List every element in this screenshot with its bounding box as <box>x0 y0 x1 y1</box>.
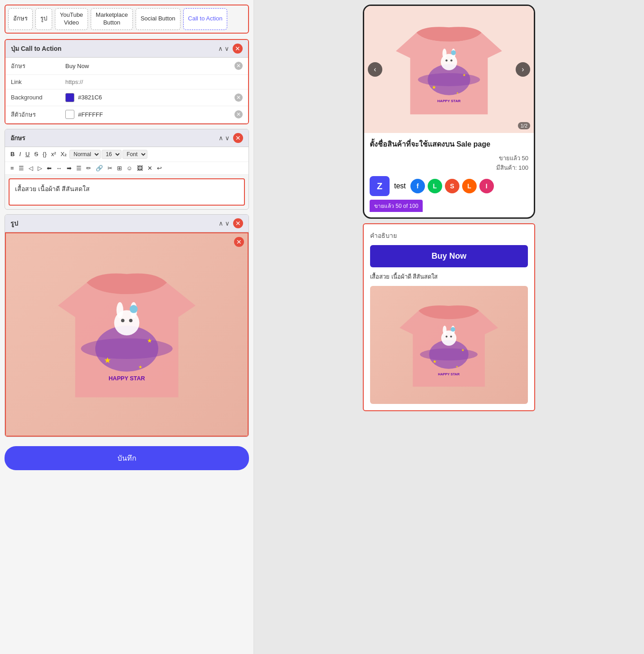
left-panel: อักษร รูป YouTube Video Marketplace Butt… <box>0 0 254 654</box>
text-content: เสื้อสวย เนื้อผ้าดี สีสันสดใส <box>15 184 239 194</box>
svg-text:★: ★ <box>147 338 152 344</box>
stock-bar: ขายแล้ว 50 of 100 <box>370 200 528 212</box>
page-indicator: 1/2 <box>518 122 530 129</box>
buy-now-button[interactable]: Buy Now <box>370 245 528 267</box>
emoji-btn[interactable]: ☺ <box>125 164 134 172</box>
style-select[interactable]: Normal <box>69 150 101 159</box>
field-label-link: Link <box>11 79 65 85</box>
tab-marketplace[interactable]: Marketplace Button <box>91 8 133 30</box>
lazada-icon[interactable]: L <box>462 179 477 193</box>
image-section: รูป ∧ ∨ ✕ ✕ <box>5 214 249 437</box>
table-btn[interactable]: ⊞ <box>115 164 124 172</box>
save-button[interactable]: บันทึก <box>5 446 249 470</box>
shopee-icon[interactable]: S <box>445 179 459 193</box>
tab-youtube[interactable]: YouTube Video <box>55 8 88 30</box>
align-justify-btn[interactable]: ☰ <box>74 164 83 172</box>
indent-right-btn[interactable]: ▷ <box>36 164 44 172</box>
cta-section: ปุ่ม Call to Action ∧ ∨ ✕ อักษร Buy Now … <box>5 39 249 124</box>
svg-point-29 <box>443 325 447 334</box>
carousel-prev-btn[interactable]: ‹ <box>368 62 382 77</box>
image-chevron-down[interactable]: ∨ <box>225 220 229 227</box>
font-select[interactable]: Font <box>122 150 147 159</box>
link-btn[interactable]: 🔗 <box>94 164 105 172</box>
carousel-next-btn[interactable]: › <box>516 62 530 77</box>
text-chevron-down[interactable]: ∨ <box>225 134 229 142</box>
social-icons: f L S L I <box>410 179 494 193</box>
unlink-btn[interactable]: ✂ <box>106 164 114 172</box>
tab-cta[interactable]: Call to Action <box>183 8 228 30</box>
field-row-text: อักษร Buy Now ✕ <box>5 58 248 75</box>
image-remove-btn[interactable]: ✕ <box>234 237 244 247</box>
list-ul-btn[interactable]: ≡ <box>9 164 16 172</box>
image-btn[interactable]: 🖼 <box>135 164 145 172</box>
tab-image[interactable]: รูป <box>35 8 52 30</box>
align-right-btn[interactable]: ➡ <box>65 164 73 172</box>
text-content-area[interactable]: เสื้อสวย เนื้อผ้าดี สีสันสดใส <box>9 178 245 206</box>
text-chevron-up[interactable]: ∧ <box>219 134 223 142</box>
align-center-btn[interactable]: ↔ <box>54 164 64 172</box>
desc-text: เสื้อสวย เนื้อผ้าดี สีสันสดใส <box>370 272 528 281</box>
bg-color-swatch[interactable] <box>65 93 74 102</box>
italic-btn[interactable]: I <box>17 150 23 158</box>
product-title: ตั้งชื่อสินค้าที่จะใช้แสดงบน Sale page <box>370 138 528 150</box>
image-close-btn[interactable]: ✕ <box>233 218 243 228</box>
facebook-icon[interactable]: f <box>410 179 425 193</box>
svg-text:HAPPY STAR: HAPPY STAR <box>108 375 145 382</box>
phone-mockup: ‹ ★ ★ ★ HAPPY STAR › 1/2 <box>363 5 535 219</box>
cta-chevrons: ∧ ∨ <box>218 45 229 52</box>
svg-point-17 <box>443 49 447 59</box>
image-chevron-up[interactable]: ∧ <box>219 220 223 227</box>
strikethrough-btn[interactable]: S <box>32 150 40 158</box>
tab-text[interactable]: อักษร <box>8 8 33 30</box>
sold-count: ขายแล้ว 50 <box>370 153 528 163</box>
underline-btn[interactable]: U <box>24 150 31 158</box>
image-section-title: รูป <box>10 218 219 228</box>
toolbar-row1: B I U S {} x² X₂ Normal 16 Font <box>5 147 249 162</box>
cta-chevron-up[interactable]: ∧ <box>218 45 223 52</box>
field-clear-textcolor[interactable]: ✕ <box>234 110 243 118</box>
bold-btn[interactable]: B <box>9 150 16 158</box>
text-close-btn[interactable]: ✕ <box>233 133 243 143</box>
product-stats: ขายแล้ว 50 มีสินค้า: 100 <box>370 153 528 172</box>
svg-text:★: ★ <box>462 348 465 352</box>
cta-chevron-down[interactable]: ∨ <box>224 45 229 52</box>
image-container: ✕ <box>5 232 249 437</box>
svg-point-16 <box>450 59 453 62</box>
right-panel: ‹ ★ ★ ★ HAPPY STAR › 1/2 <box>254 0 644 654</box>
svg-point-31 <box>451 327 455 332</box>
svg-point-5 <box>117 302 123 318</box>
list-ol-btn[interactable]: ☰ <box>17 164 26 172</box>
svg-text:★: ★ <box>456 91 459 94</box>
product-image: ★ ★ ★ HAPPY STAR <box>6 233 248 436</box>
description-section: คำอธิบาย Buy Now เสื้อสวย เนื้อผ้าดี สีส… <box>363 223 535 411</box>
text-section-title: อักษร <box>10 133 219 143</box>
svg-point-25 <box>420 349 478 361</box>
textcolor-swatch[interactable] <box>65 110 74 119</box>
color-btn[interactable]: ✏ <box>84 164 93 172</box>
cta-section-title: ปุ่ม Call to Action <box>11 44 218 54</box>
instagram-icon[interactable]: I <box>479 179 494 193</box>
subscript-btn[interactable]: X₂ <box>59 150 69 158</box>
indent-left-btn[interactable]: ◁ <box>27 164 35 172</box>
svg-text:★: ★ <box>456 365 458 368</box>
code-btn[interactable]: {} <box>41 150 49 158</box>
field-clear-bg[interactable]: ✕ <box>234 93 243 102</box>
field-clear-text[interactable]: ✕ <box>234 62 243 70</box>
svg-text:★: ★ <box>433 359 437 364</box>
field-input-link[interactable] <box>65 79 243 85</box>
textcolor-value: #FFFFFF <box>78 111 103 118</box>
line-icon[interactable]: L <box>428 179 442 193</box>
svg-point-27 <box>446 336 448 338</box>
undo-btn[interactable]: ↩ <box>155 164 164 172</box>
tab-social[interactable]: Social Button <box>136 8 181 30</box>
text-section-header: อักษร ∧ ∨ ✕ <box>5 129 249 147</box>
cta-section-header: ปุ่ม Call to Action ∧ ∨ ✕ <box>5 40 248 58</box>
clear-btn[interactable]: ✕ <box>146 164 154 172</box>
size-select[interactable]: 16 <box>102 150 122 159</box>
svg-text:★: ★ <box>463 73 466 77</box>
desc-title: คำอธิบาย <box>370 231 528 241</box>
cta-close-btn[interactable]: ✕ <box>233 44 243 54</box>
superscript-btn[interactable]: x² <box>49 150 58 158</box>
svg-text:★: ★ <box>432 84 436 90</box>
align-left-btn[interactable]: ⬅ <box>45 164 54 172</box>
